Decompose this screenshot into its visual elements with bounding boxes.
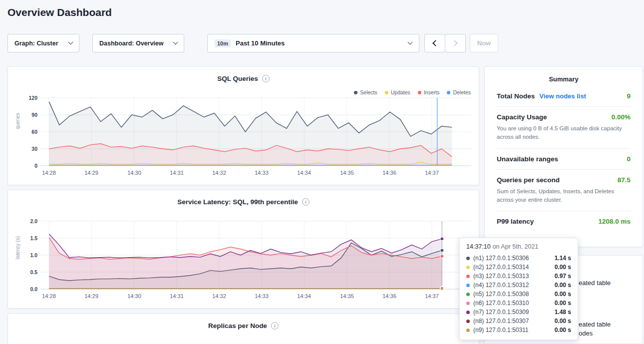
node-color-dot-icon (466, 320, 470, 323)
sql-queries-panel: SQL Queries i SelectsUpdatesInsertsDelet… (7, 66, 479, 185)
view-nodes-list-link[interactable]: View nodes list (539, 92, 586, 100)
event-item-fragment[interactable]: eated table (579, 279, 611, 287)
y-tick-label: 120 (19, 95, 37, 101)
dashboard-selector-label: Dashboard: Overview (99, 40, 164, 47)
tooltip-node-row: (n1) 127.0.0.1:503061.14 s (466, 254, 571, 263)
x-tick-label: 14:28 (37, 170, 61, 176)
legend-item-selects[interactable]: Selects (354, 89, 377, 95)
y-tick-label: 30 (19, 146, 37, 152)
service-latency-chart-title: Service Latency: SQL, 99th percentile (177, 198, 298, 206)
legend-dot-icon (354, 91, 357, 94)
tooltip-node-row: (n4) 127.0.0.1:503120.00 s (466, 281, 571, 290)
info-icon[interactable]: i (262, 75, 270, 82)
node-color-dot-icon (466, 311, 470, 314)
graph-selector-dropdown[interactable]: Graph: Cluster (7, 34, 79, 52)
y-tick-label: 0.0 (19, 286, 37, 292)
graph-selector-label: Graph: Cluster (14, 40, 58, 47)
time-range-badge: 10m (215, 39, 231, 47)
x-tick-label: 14:33 (250, 170, 274, 176)
event-item-fragment[interactable]: odes (579, 330, 593, 337)
tooltip-node-row: (n9) 127.0.0.1:503110.00 s (466, 326, 571, 335)
tooltip-node-row: (n8) 127.0.0.1:503070.00 s (466, 317, 571, 326)
service-latency-panel: Service Latency: SQL, 99th percentile i … (7, 190, 479, 309)
dashboard-selector-dropdown[interactable]: Dashboard: Overview (92, 34, 184, 52)
legend-dot-icon (385, 91, 388, 94)
tooltip-node-address: (n9) 127.0.0.1:50311 (473, 327, 551, 334)
chevron-down-icon (68, 40, 73, 45)
tooltip-node-value: 1.48 s (555, 309, 571, 316)
tooltip-node-row: (n5) 127.0.0.1:503080.00 s (466, 290, 571, 299)
tooltip-node-value: 0.00 s (555, 327, 571, 334)
x-tick-label: 14:34 (292, 170, 316, 176)
y-tick-label: 60 (19, 129, 37, 135)
qps-label: Queries per second (497, 176, 560, 184)
tooltip-node-list: (n1) 127.0.0.1:503061.14 s(n2) 127.0.0.1… (466, 254, 571, 335)
sql-queries-chart-title: SQL Queries (217, 75, 258, 82)
x-tick-label: 14:34 (292, 293, 316, 299)
chevron-down-icon (173, 40, 178, 45)
summary-row-qps: Queries per second 87.5 Sum of Selects, … (497, 170, 631, 212)
info-icon[interactable]: i (271, 322, 279, 330)
y-tick-label: 2.0 (19, 218, 37, 224)
total-nodes-label: Total Nodes (497, 92, 535, 100)
x-tick-label: 14:35 (335, 170, 359, 176)
total-nodes-value: 9 (627, 92, 631, 100)
x-tick-label: 14:30 (122, 293, 146, 299)
x-tick-label: 14:31 (165, 293, 189, 299)
tooltip-node-value: 0.97 s (555, 273, 571, 280)
chevron-right-icon (451, 40, 458, 46)
tooltip-node-row: (n6) 127.0.0.1:503100.00 s (466, 299, 571, 308)
chevron-left-icon (432, 40, 439, 46)
node-color-dot-icon (466, 293, 470, 296)
y-tick-label: 0.5 (19, 269, 37, 275)
tooltip-node-address: (n7) 127.0.0.1:50309 (473, 309, 551, 316)
y-tick-label: 1.0 (19, 252, 37, 258)
legend-item-deletes[interactable]: Deletes (447, 89, 471, 95)
summary-panel: Summary Total Nodes View nodes list 9 Ca… (484, 66, 643, 247)
replicas-chart-title: Replicas per Node (208, 322, 267, 330)
unavailable-ranges-label: Unavailable ranges (497, 155, 558, 163)
x-tick-label: 14:29 (79, 170, 103, 176)
sql-queries-chart[interactable]: 030609012014:2814:2914:3014:3114:3214:33… (40, 98, 471, 166)
legend-item-inserts[interactable]: Inserts (418, 89, 440, 95)
tooltip-node-value: 0.00 s (555, 318, 571, 325)
tooltip-node-value: 0.00 s (555, 282, 571, 289)
y-tick-label: 0 (19, 163, 37, 169)
tooltip-node-value: 0.00 s (555, 300, 571, 307)
tooltip-node-address: (n2) 127.0.0.1:50314 (473, 264, 551, 271)
legend-item-updates[interactable]: Updates (385, 89, 410, 95)
summary-row-total-nodes: Total Nodes View nodes list 9 (497, 86, 631, 107)
legend-dot-icon (418, 91, 421, 94)
tooltip-node-address: (n6) 127.0.0.1:50310 (473, 300, 551, 307)
tooltip-node-value: 0.00 s (555, 291, 571, 298)
tooltip-node-address: (n8) 127.0.0.1:50307 (473, 318, 551, 325)
time-range-picker[interactable]: 10m Past 10 Minutes (207, 34, 419, 52)
now-button[interactable]: Now (470, 34, 498, 52)
x-tick-label: 14:32 (207, 170, 231, 176)
tooltip-node-row: (n3) 127.0.0.1:503130.97 s (466, 272, 571, 281)
summary-row-capacity: Capacity Usage 0.00% You are using 0 B o… (497, 107, 631, 149)
node-color-dot-icon (466, 257, 470, 260)
tooltip-node-address: (n3) 127.0.0.1:50313 (473, 273, 551, 280)
x-tick-label: 14:36 (377, 293, 401, 299)
x-tick-label: 14:30 (122, 170, 146, 176)
p99-latency-label: P99 latency (497, 218, 534, 225)
sql-queries-legend: SelectsUpdatesInsertsDeletes (354, 89, 471, 95)
time-next-button[interactable] (445, 34, 466, 52)
chevron-down-icon (408, 40, 413, 45)
y-tick-label: 1.5 (19, 235, 37, 241)
event-item-fragment[interactable]: eated table (579, 321, 611, 328)
service-latency-chart[interactable]: 0.00.51.01.52.014:2814:2914:3014:3114:32… (40, 221, 471, 289)
replicas-per-node-panel: Replicas per Node i (7, 314, 479, 344)
node-color-dot-icon (466, 302, 470, 305)
x-tick-label: 14:35 (335, 293, 359, 299)
x-tick-label: 14:28 (37, 293, 61, 299)
page-title: Overview Dashboard (7, 6, 112, 18)
time-prev-button[interactable] (424, 34, 445, 52)
capacity-usage-caption: You are using 0 B of 4.5 GiB usable disk… (497, 124, 631, 142)
node-color-dot-icon (466, 275, 470, 278)
tooltip-timestamp: 14:37:10on Apr 5th, 2021 (466, 243, 571, 250)
info-icon[interactable]: i (302, 198, 310, 206)
tooltip-node-value: 0.00 s (555, 264, 571, 271)
y-tick-label: 90 (19, 112, 37, 118)
